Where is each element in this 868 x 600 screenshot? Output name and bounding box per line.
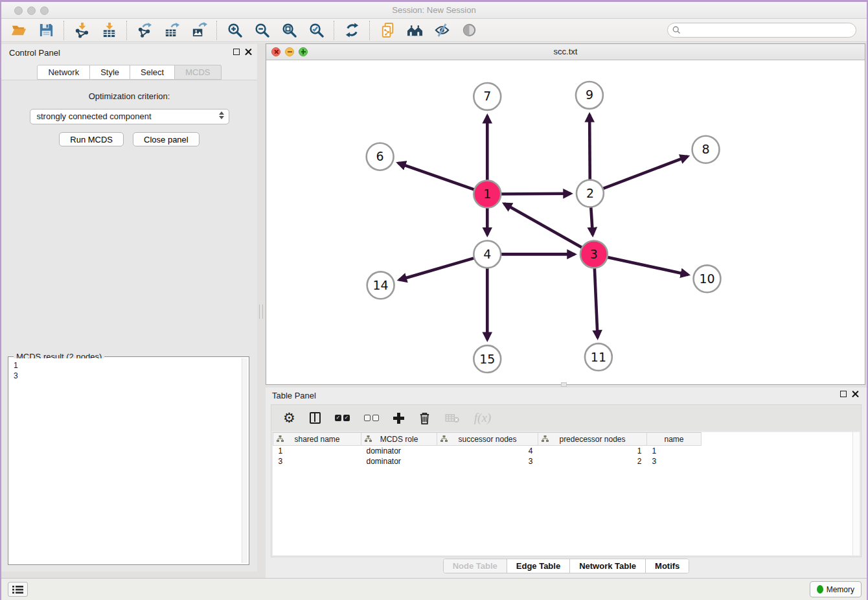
svg-text:2: 2 xyxy=(586,186,594,200)
node-2[interactable]: 2 xyxy=(577,180,604,207)
search-input[interactable] xyxy=(681,24,856,36)
table-header-row: shared name MCDS role successor nodes pr… xyxy=(273,433,702,446)
deselect-all-icon[interactable] xyxy=(364,415,379,421)
clone-network-icon[interactable] xyxy=(378,21,396,40)
svg-text:11: 11 xyxy=(591,350,606,364)
col-name[interactable]: name xyxy=(647,433,702,446)
panel-splitter[interactable] xyxy=(257,43,266,578)
svg-text:9: 9 xyxy=(586,87,593,102)
application-window: Session: New Session xyxy=(1,2,867,600)
node-3[interactable]: 3 xyxy=(580,240,608,268)
close-panel-button[interactable]: Close panel xyxy=(133,132,200,146)
export-table-icon[interactable] xyxy=(163,21,181,40)
col-successor-nodes[interactable]: successor nodes xyxy=(437,433,538,446)
node-1[interactable]: 1 xyxy=(474,181,501,208)
mcds-result-text[interactable]: 1 3 xyxy=(10,358,241,563)
node-9[interactable]: 9 xyxy=(576,82,603,109)
col-predecessor-nodes[interactable]: predecessor nodes xyxy=(538,433,647,446)
svg-text:7: 7 xyxy=(483,89,491,103)
network-canvas[interactable]: 7968124310141511 xyxy=(266,60,865,384)
tab-network-table[interactable]: Network Table xyxy=(569,559,645,573)
node-10[interactable]: 10 xyxy=(694,265,721,292)
result-scrollbar[interactable] xyxy=(242,358,247,563)
tab-node-table[interactable]: Node Table xyxy=(444,559,507,573)
float-panel-icon[interactable] xyxy=(233,49,240,55)
table-scrollbar[interactable] xyxy=(852,432,860,555)
hide-icon[interactable] xyxy=(433,21,451,40)
svg-text:3: 3 xyxy=(590,247,598,261)
memory-button[interactable]: Memory xyxy=(810,581,862,597)
dropdown-stepper-icon xyxy=(219,111,224,119)
open-session-icon[interactable] xyxy=(10,21,28,40)
gear-icon[interactable]: ⚙ xyxy=(283,411,295,424)
refresh-icon[interactable] xyxy=(343,21,361,40)
svg-text:8: 8 xyxy=(702,142,710,156)
main-toolbar xyxy=(1,19,867,42)
search-field[interactable] xyxy=(667,23,856,38)
col-shared-name[interactable]: shared name xyxy=(273,433,361,446)
svg-text:14: 14 xyxy=(373,278,389,292)
control-panel: Control Panel Network Style Select MCDS … xyxy=(1,44,257,571)
tab-motifs[interactable]: Motifs xyxy=(645,559,689,573)
edge-3-1[interactable] xyxy=(504,203,594,254)
node-7[interactable]: 7 xyxy=(474,83,501,110)
svg-text:15: 15 xyxy=(479,352,495,366)
function-builder-icon[interactable]: f(x) xyxy=(474,411,491,425)
criterion-dropdown[interactable]: strongly connected component xyxy=(30,109,229,124)
search-icon xyxy=(672,26,681,34)
svg-text:10: 10 xyxy=(699,271,714,286)
window-title: Session: New Session xyxy=(1,5,867,15)
svg-text:4: 4 xyxy=(483,247,491,261)
mcds-result-box: MCDS result (2 nodes) 1 3 xyxy=(8,356,249,565)
float-table-panel-icon[interactable] xyxy=(840,391,847,397)
delete-icon[interactable] xyxy=(418,411,431,425)
close-table-panel-icon[interactable] xyxy=(852,390,859,397)
node-4[interactable]: 4 xyxy=(474,240,501,268)
add-row-icon[interactable] xyxy=(393,413,404,424)
node-15[interactable]: 15 xyxy=(474,345,501,373)
memory-status-icon xyxy=(817,585,823,594)
import-network-icon[interactable] xyxy=(73,21,91,40)
edge-3-10[interactable] xyxy=(594,254,688,275)
save-session-icon[interactable] xyxy=(37,21,55,40)
zoom-out-icon[interactable] xyxy=(253,21,271,40)
task-history-button[interactable] xyxy=(8,582,28,597)
memory-label: Memory xyxy=(827,585,854,594)
node-11[interactable]: 11 xyxy=(585,343,612,371)
table-tabs: Node Table Edge Table Network Table Moti… xyxy=(443,559,690,573)
canvas-resize-grip[interactable] xyxy=(561,382,567,387)
network-window-title: scc.txt xyxy=(266,47,865,56)
criterion-value: strongly connected component xyxy=(37,111,152,121)
import-table-icon[interactable] xyxy=(100,21,118,40)
list-icon xyxy=(12,585,23,594)
table-row[interactable]: 3dominator323 xyxy=(273,456,702,467)
control-panel-title: Control Panel xyxy=(9,48,60,58)
run-mcds-button[interactable]: Run MCDS xyxy=(59,132,124,146)
control-panel-tabs: Network Style Select MCDS xyxy=(1,61,257,80)
node-14[interactable]: 14 xyxy=(367,271,394,299)
show-icon[interactable] xyxy=(460,21,478,40)
zoom-fit-icon[interactable] xyxy=(280,21,298,40)
tab-network[interactable]: Network xyxy=(37,65,90,80)
tab-mcds[interactable]: MCDS xyxy=(175,65,221,80)
columns-icon[interactable] xyxy=(310,412,321,424)
node-6[interactable]: 6 xyxy=(367,143,394,170)
zoom-selected-icon[interactable] xyxy=(307,21,325,40)
table-row[interactable]: 1dominator411 xyxy=(273,446,702,456)
close-panel-icon[interactable] xyxy=(245,48,252,55)
delete-table-icon[interactable] xyxy=(445,413,460,423)
zoom-in-icon[interactable] xyxy=(225,21,244,40)
export-network-icon[interactable] xyxy=(135,21,154,40)
export-image-icon[interactable] xyxy=(190,21,208,40)
tab-edge-table[interactable]: Edge Table xyxy=(507,559,569,573)
col-mcds-role[interactable]: MCDS role xyxy=(361,433,437,446)
window-titlebar: Session: New Session xyxy=(1,2,867,19)
home-icon[interactable] xyxy=(405,21,424,40)
node-8[interactable]: 8 xyxy=(692,136,720,163)
tab-style[interactable]: Style xyxy=(90,65,130,80)
select-all-icon[interactable]: ✓✓ xyxy=(335,415,350,421)
tab-select[interactable]: Select xyxy=(130,65,175,80)
node-table: shared name MCDS role successor nodes pr… xyxy=(273,432,702,467)
edge-2-8[interactable] xyxy=(590,156,688,193)
network-view-window: scc.txt 7968124310141511 xyxy=(266,43,865,385)
